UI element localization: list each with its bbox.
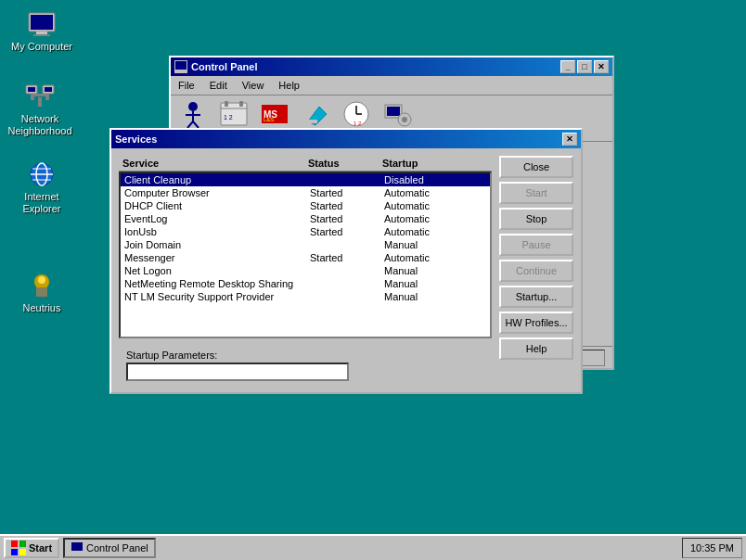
datetime-icon: 1 2 — [341, 99, 371, 129]
menubar: File Edit View Help — [171, 76, 612, 95]
addremove-icon — [301, 99, 330, 129]
menu-view[interactable]: View — [235, 78, 272, 93]
services-close-x[interactable]: ✕ — [562, 133, 577, 146]
desktop-icon-neutrius[interactable]: Neutrius — [9, 271, 74, 314]
service-startup: Automatic — [384, 252, 477, 263]
table-row[interactable]: Join Domain Manual — [121, 238, 490, 251]
table-row[interactable]: EventLog Started Automatic — [121, 212, 490, 225]
control-panel-title-icon — [174, 60, 187, 73]
taskbar-item-label: Control Panel — [86, 542, 148, 554]
col-startup: Startup — [382, 158, 475, 169]
service-startup: Automatic — [384, 200, 477, 211]
continue-button[interactable]: Continue — [499, 260, 573, 282]
neutrius-icon — [27, 271, 57, 300]
svg-rect-55 — [71, 542, 83, 551]
pause-button[interactable]: Pause — [499, 234, 573, 256]
service-startup: Manual — [384, 291, 477, 302]
service-name: IonUsb — [124, 226, 310, 237]
close-button[interactable]: ✕ — [594, 60, 609, 73]
services-titlebar[interactable]: Services ✕ — [111, 130, 581, 148]
maximize-button[interactable]: □ — [577, 60, 592, 73]
table-row[interactable]: Computer Browser Started Automatic — [121, 186, 490, 199]
svg-point-49 — [402, 117, 407, 122]
network-label: NetworkNeighborhood — [7, 113, 71, 137]
network-icon — [25, 82, 55, 111]
svg-point-19 — [38, 276, 45, 284]
service-status: Started — [310, 213, 384, 224]
svg-rect-7 — [45, 87, 52, 92]
services-body: Service Status Startup Client Cleanup Di… — [111, 148, 581, 392]
help-button[interactable]: Help — [499, 337, 573, 360]
svg-rect-52 — [11, 549, 18, 555]
startup-params-input[interactable] — [126, 363, 349, 381]
table-row[interactable]: NT LM Security Support Provider Manual — [121, 290, 490, 303]
taskbar: Start Control Panel 10:35 PM — [0, 534, 746, 560]
startup-params-label: Startup Parameters: — [126, 350, 484, 361]
svg-rect-1 — [31, 15, 53, 30]
svg-rect-9 — [31, 94, 49, 96]
windows-logo-icon — [11, 541, 26, 555]
taskbar-item-control-panel[interactable]: Control Panel — [63, 538, 156, 558]
svg-rect-50 — [11, 541, 18, 547]
service-name: Join Domain — [124, 239, 310, 250]
service-startup: Manual — [384, 278, 477, 289]
svg-rect-47 — [387, 107, 400, 116]
table-row[interactable]: Net Logon Manual — [121, 264, 490, 277]
svg-rect-5 — [28, 87, 35, 92]
svg-point-23 — [188, 102, 198, 111]
control-panel-titlebar[interactable]: Control Panel _ □ ✕ — [171, 57, 612, 76]
svg-rect-40 — [304, 120, 317, 123]
table-row[interactable]: DHCP Client Started Automatic — [121, 199, 490, 212]
taskbar-cp-icon — [71, 541, 84, 554]
services-list[interactable]: Client Cleanup Disabled Computer Browser… — [119, 172, 492, 338]
svg-rect-21 — [175, 61, 186, 70]
service-startup: Automatic — [384, 226, 477, 237]
close-button[interactable]: Close — [499, 156, 573, 178]
services-list-header: Service Status Startup — [119, 156, 492, 172]
service-name: Net Logon — [124, 265, 310, 276]
services-dialog: Services ✕ Service Status Startup Client… — [109, 128, 583, 394]
table-row[interactable]: Client Cleanup Disabled — [121, 173, 490, 186]
menu-help[interactable]: Help — [271, 78, 307, 93]
service-name: Client Cleanup — [124, 174, 310, 185]
service-startup: Manual — [384, 239, 477, 250]
service-status — [310, 291, 384, 302]
service-status — [310, 278, 384, 289]
col-status: Status — [308, 158, 382, 169]
accessibility-icon — [178, 99, 208, 129]
desktop-icon-my-computer[interactable]: My Computer — [9, 9, 74, 53]
regional-icon: 1 2 — [219, 99, 249, 129]
table-row[interactable]: Messenger Started Automatic — [121, 251, 490, 264]
neutrius-label: Neutrius — [23, 302, 61, 314]
start-button[interactable]: Start — [4, 538, 59, 558]
service-name: NetMeeting Remote Desktop Sharing — [124, 278, 310, 289]
service-startup: Manual — [384, 265, 477, 276]
startup-button[interactable]: Startup... — [499, 286, 573, 308]
svg-rect-10 — [31, 96, 34, 100]
desktop-icon-ie[interactable]: InternetExplorer — [9, 159, 74, 215]
hw-profiles-button[interactable]: HW Profiles... — [499, 312, 573, 334]
services-buttons: Close Start Stop Pause Continue Startup.… — [499, 156, 573, 385]
svg-text:1 2: 1 2 — [354, 121, 362, 126]
service-status: Started — [310, 252, 384, 263]
desktop-icon-network[interactable]: NetworkNeighborhood — [7, 82, 72, 137]
table-row[interactable]: IonUsb Started Automatic — [121, 225, 490, 238]
svg-rect-3 — [33, 34, 50, 36]
clock-time: 10:35 PM — [690, 542, 734, 554]
stop-button[interactable]: Stop — [499, 208, 573, 230]
svg-rect-53 — [19, 549, 26, 555]
service-startup: Disabled — [384, 174, 477, 185]
start-button[interactable]: Start — [499, 182, 573, 204]
menu-file[interactable]: File — [171, 78, 202, 93]
table-row[interactable]: NetMeeting Remote Desktop Sharing Manual — [121, 277, 490, 290]
minimize-button[interactable]: _ — [560, 60, 575, 73]
service-status — [310, 239, 384, 250]
control-panel-title: Control Panel — [191, 61, 258, 72]
menu-edit[interactable]: Edit — [202, 78, 235, 93]
svg-rect-11 — [45, 96, 49, 100]
svg-text:L&S: L&S — [264, 117, 274, 122]
multimedia-icon — [382, 99, 412, 129]
col-service: Service — [122, 158, 308, 169]
service-status — [310, 174, 384, 185]
service-name: Computer Browser — [124, 187, 310, 198]
